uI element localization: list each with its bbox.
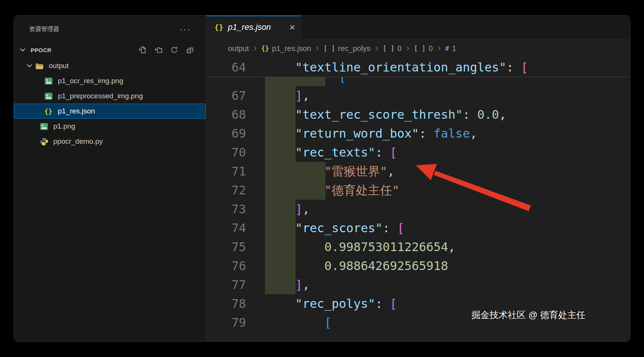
breadcrumb-separator: › — [375, 42, 378, 54]
breadcrumb-separator: › — [406, 42, 410, 54]
code-editor[interactable]: 64 "textline_orientation_angles": [ [ 67… — [206, 58, 630, 341]
code-line[interactable]: 75 0.998753011226654, — [206, 237, 630, 256]
image-icon — [44, 77, 57, 85]
views-more-actions-icon[interactable]: ··· — [180, 28, 191, 31]
code-line[interactable]: 70 "rec_texts": [ — [206, 143, 630, 162]
breadcrumb-item-output[interactable]: output — [228, 44, 249, 53]
array-symbol-icon: [ ] — [414, 45, 426, 52]
code-lines: 67 ],68 "text_rec_score_thresh": 0.0,69 … — [206, 86, 630, 332]
array-symbol-icon: [ ] — [324, 45, 335, 52]
line-number: 74 — [206, 219, 246, 237]
explorer-header: 资源管理器 ··· — [14, 16, 206, 33]
line-number: 69 — [206, 124, 246, 143]
code-line[interactable]: 77 ], — [206, 275, 630, 294]
chevron-down-icon — [19, 46, 28, 54]
file-label: p1_preprocessed_img.png — [58, 92, 143, 100]
breadcrumb-item-0[interactable]: [ ]0 — [383, 44, 402, 53]
tab-bar: {} p1_res.json × — [206, 16, 630, 39]
line-number: 75 — [206, 237, 246, 256]
breadcrumb-label: 0 — [429, 44, 433, 53]
python-icon — [40, 137, 53, 146]
code-line[interactable]: 64 "textline_orientation_angles": [ — [206, 58, 630, 77]
file-label: p1.png — [53, 122, 75, 130]
breadcrumb-label: rec_polys — [338, 44, 371, 53]
tree-item-p1.png[interactable]: p1.png — [14, 119, 206, 134]
breadcrumb-item-rec_polys[interactable]: [ ]rec_polys — [324, 44, 370, 53]
watermark: 掘金技术社区 @ 德育处主任 — [471, 309, 585, 321]
code-line[interactable]: 68 "text_rec_score_thresh": 0.0, — [206, 105, 630, 124]
image-icon — [44, 92, 57, 101]
code-line[interactable]: 71 "雷猴世界", — [206, 162, 630, 181]
breadcrumb-label: 0 — [398, 44, 402, 53]
chevron-down-icon — [25, 62, 35, 70]
refresh-icon[interactable] — [170, 46, 178, 54]
sticky-scroll-line[interactable]: 64 "textline_orientation_angles": [ — [206, 58, 630, 77]
breadcrumb-separator: › — [254, 42, 257, 54]
editor-group: {} p1_res.json × output›{}p1_res.json›[ … — [206, 16, 630, 341]
line-number: 64 — [206, 58, 246, 77]
line-number: 77 — [206, 275, 246, 294]
breadcrumb-separator: › — [437, 42, 441, 54]
breadcrumb-separator: › — [316, 42, 319, 54]
breadcrumb-item-1[interactable]: #1 — [445, 44, 456, 53]
close-icon[interactable]: × — [289, 22, 295, 32]
image-icon — [40, 122, 53, 131]
new-file-icon[interactable] — [138, 46, 147, 54]
array-symbol-icon: [ ] — [383, 45, 395, 52]
file-label: p1_ocr_res_img.png — [58, 77, 123, 85]
tree-item-p1_preprocessed_img.png[interactable]: p1_preprocessed_img.png — [14, 88, 206, 104]
line-number: 76 — [206, 256, 246, 275]
breadcrumb-item-p1_res.json[interactable]: {}p1_res.json — [261, 44, 311, 53]
code-line-partial[interactable]: [ — [206, 77, 630, 86]
collapse-all-icon[interactable] — [186, 46, 194, 54]
line-number: 79 — [206, 313, 246, 332]
section-ppocr[interactable]: PPOCR — [14, 42, 206, 58]
line-number: 70 — [206, 143, 246, 162]
code-line[interactable]: [ — [206, 77, 630, 86]
section-label: PPOCR — [31, 47, 51, 53]
tab-p1-res-json[interactable]: {} p1_res.json × — [206, 16, 301, 39]
code-line[interactable]: 72 "德育处主任" — [206, 181, 630, 200]
line-number: 72 — [206, 181, 246, 200]
file-label: p1_res.json — [58, 107, 95, 115]
tree-item-output[interactable]: output — [14, 58, 206, 73]
line-number: 73 — [206, 200, 246, 219]
breadcrumb-label: p1_res.json — [272, 44, 311, 53]
line-number: 71 — [206, 162, 246, 181]
explorer-sidebar: 资源管理器 ··· PPOCR outputp1_ocr_res_img.png… — [14, 16, 206, 341]
json-symbol-icon: {} — [261, 45, 269, 52]
number-symbol-icon: # — [445, 45, 449, 52]
new-folder-icon[interactable] — [154, 46, 163, 54]
tab-title: p1_res.json — [228, 22, 271, 32]
code-line[interactable]: 73 ], — [206, 200, 630, 219]
vscode-window: 资源管理器 ··· PPOCR outputp1_ocr_res_img.png… — [14, 15, 630, 342]
breadcrumb-label: 1 — [452, 44, 456, 53]
line-number: 78 — [206, 294, 246, 313]
code-line[interactable]: 74 "rec_scores": [ — [206, 219, 630, 237]
line-number — [206, 77, 246, 86]
section-actions — [138, 46, 194, 54]
tree-item-ppocr_demo.py[interactable]: ppocr_demo.py — [14, 134, 206, 149]
breadcrumb-label: output — [228, 44, 249, 53]
folder-open-icon — [35, 62, 48, 70]
line-number: 68 — [206, 105, 246, 124]
file-label: ppocr_demo.py — [53, 137, 103, 146]
file-tree: outputp1_ocr_res_img.pngp1_preprocessed_… — [14, 58, 206, 149]
tree-item-p1_res.json[interactable]: {}p1_res.json — [14, 104, 206, 119]
code-line[interactable]: 67 ], — [206, 86, 630, 105]
explorer-title: 资源管理器 — [29, 25, 59, 33]
code-line[interactable]: 76 0.988642692565918 — [206, 256, 630, 275]
json-icon: {} — [44, 107, 57, 115]
file-label: output — [49, 62, 69, 70]
code-line[interactable]: 69 "return_word_box": false, — [206, 124, 630, 143]
breadcrumb-item-0[interactable]: [ ]0 — [414, 44, 433, 53]
breadcrumb: output›{}p1_res.json›[ ]rec_polys›[ ]0›[… — [206, 39, 630, 58]
tree-item-p1_ocr_res_img.png[interactable]: p1_ocr_res_img.png — [14, 73, 206, 88]
json-file-icon: {} — [214, 23, 223, 32]
line-number: 67 — [206, 86, 246, 105]
